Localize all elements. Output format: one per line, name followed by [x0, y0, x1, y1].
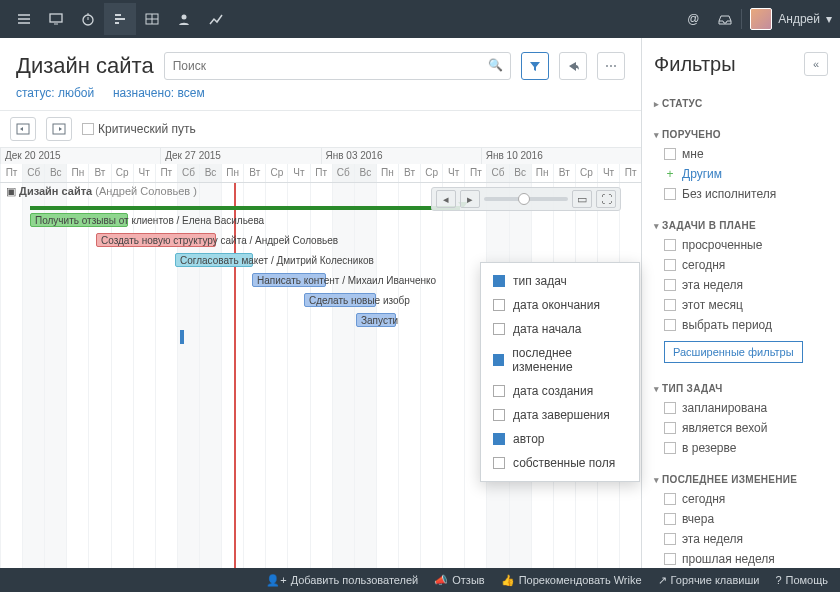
filter-item[interactable]: в резерве — [654, 438, 828, 458]
popup-item[interactable]: последнее изменение — [481, 341, 639, 379]
checkbox-icon — [664, 188, 676, 200]
assigned-filter[interactable]: назначено: всем — [113, 86, 205, 100]
gantt-bar[interactable]: Сделать новые изобр — [304, 293, 376, 307]
checkbox-icon — [664, 513, 676, 525]
recommend-button[interactable]: 👍Порекомендовать Wrike — [501, 574, 642, 587]
filter-item[interactable]: мне — [654, 144, 828, 164]
table-icon[interactable] — [136, 3, 168, 35]
inbox-icon[interactable] — [709, 3, 741, 35]
checkbox-icon — [664, 299, 676, 311]
milestone-marker[interactable] — [180, 330, 184, 344]
filter-section-title[interactable]: ЗАДАЧИ В ПЛАНЕ — [654, 212, 828, 235]
expand-all-button[interactable] — [10, 117, 36, 141]
filter-section-title[interactable]: ТИП ЗАДАЧ — [654, 375, 828, 398]
filter-item[interactable]: +Другим — [654, 164, 828, 184]
more-button[interactable]: ⋯ — [597, 52, 625, 80]
share-icon: ↗ — [658, 574, 667, 587]
help-button[interactable]: ?Помощь — [775, 574, 828, 586]
at-icon[interactable]: @ — [677, 3, 709, 35]
timer-icon[interactable] — [72, 3, 104, 35]
filter-section-title[interactable]: СТАТУС — [654, 90, 828, 113]
monitor-icon[interactable] — [40, 3, 72, 35]
filter-section-title[interactable]: ПОРУЧЕНО — [654, 121, 828, 144]
zoom-fit[interactable]: ▭ — [572, 190, 592, 208]
checkbox-icon — [664, 493, 676, 505]
feedback-button[interactable]: 📣Отзыв — [434, 574, 484, 587]
popup-item[interactable]: тип задач — [481, 269, 639, 293]
filters-sidebar: Фильтры « СТАТУСПОРУЧЕНОмне+ДругимБез ис… — [642, 38, 840, 592]
filter-button[interactable] — [521, 52, 549, 80]
gantt-bar[interactable]: Получить отзывы от клиентов / Елена Васи… — [30, 213, 128, 227]
zoom-next[interactable]: ▸ — [460, 190, 480, 208]
hotkeys-button[interactable]: ↗Горячие клавиши — [658, 574, 760, 587]
popup-item[interactable]: автор — [481, 427, 639, 451]
week-label: Дек 20 2015 — [0, 148, 160, 164]
menu-icon[interactable] — [8, 3, 40, 35]
popup-item[interactable]: дата завершения — [481, 403, 639, 427]
filter-item[interactable]: сегодня — [654, 489, 828, 509]
plus-icon: + — [664, 167, 676, 181]
filter-item[interactable]: вчера — [654, 509, 828, 529]
filter-item[interactable]: этот месяц — [654, 295, 828, 315]
day-label: Пт — [155, 164, 177, 182]
gantt-bar[interactable]: Создать новую структуру сайта / Андрей С… — [96, 233, 216, 247]
filter-item[interactable]: запланирована — [654, 398, 828, 418]
avatar — [750, 8, 772, 30]
filter-item[interactable]: эта неделя — [654, 275, 828, 295]
page-title: Дизайн сайта — [16, 53, 154, 79]
gantt-icon[interactable] — [104, 3, 136, 35]
filter-item[interactable]: эта неделя — [654, 529, 828, 549]
day-label: Вт — [88, 164, 110, 182]
popup-item[interactable]: дата окончания — [481, 293, 639, 317]
collapse-sidebar-button[interactable]: « — [804, 52, 828, 76]
popup-item[interactable]: дата начала — [481, 317, 639, 341]
status-row: статус: любой назначено: всем — [0, 86, 641, 110]
week-label: Янв 10 2016 — [481, 148, 641, 164]
share-button[interactable] — [559, 52, 587, 80]
collapse-all-button[interactable] — [46, 117, 72, 141]
day-label: Пт — [310, 164, 332, 182]
checkbox-icon — [82, 123, 94, 135]
day-label: Ср — [420, 164, 442, 182]
filter-section-title[interactable]: ПОСЛЕДНЕЕ ИЗМЕНЕНИЕ — [654, 466, 828, 489]
add-users-button[interactable]: 👤+Добавить пользователей — [266, 574, 418, 587]
checkbox-icon — [493, 275, 505, 287]
day-label: Ср — [575, 164, 597, 182]
zoom-control[interactable]: ◂ ▸ ▭ ⛶ — [431, 187, 621, 211]
zoom-full[interactable]: ⛶ — [596, 190, 616, 208]
popup-item[interactable]: собственные поля — [481, 451, 639, 475]
checkbox-icon — [493, 354, 504, 366]
day-label: Ср — [265, 164, 287, 182]
chart-icon[interactable] — [200, 3, 232, 35]
checkbox-icon — [664, 402, 676, 414]
zoom-prev[interactable]: ◂ — [436, 190, 456, 208]
gantt-bar[interactable]: Согласовать макет / Дмитрий Колесников — [175, 253, 253, 267]
zoom-slider[interactable] — [484, 197, 568, 201]
gantt-bar[interactable]: Написать контент / Михаил Иванченко — [252, 273, 326, 287]
popup-item[interactable]: дата создания — [481, 379, 639, 403]
checkbox-icon — [493, 409, 505, 421]
filter-item[interactable]: прошлая неделя — [654, 549, 828, 569]
gantt-bar[interactable]: Запусти — [356, 313, 396, 327]
search-input[interactable] — [164, 52, 511, 80]
user-icon[interactable] — [168, 3, 200, 35]
advanced-filters-link[interactable]: Расширенные фильтры — [664, 341, 803, 363]
user-menu[interactable]: Андрей ▾ — [750, 8, 832, 30]
checkbox-icon — [493, 385, 505, 397]
filter-item[interactable]: является вехой — [654, 418, 828, 438]
status-filter[interactable]: статус: любой — [16, 86, 94, 100]
filter-item[interactable]: просроченные — [654, 235, 828, 255]
day-label: Сб — [486, 164, 508, 182]
checkbox-icon — [493, 433, 505, 445]
day-label: Ср — [111, 164, 133, 182]
filter-item[interactable]: сегодня — [654, 255, 828, 275]
add-user-icon: 👤+ — [266, 574, 286, 587]
checkbox-icon — [664, 422, 676, 434]
topbar: @ Андрей ▾ — [0, 0, 840, 38]
day-label: Сб — [332, 164, 354, 182]
search-icon[interactable]: 🔍 — [488, 58, 503, 72]
day-label: Пн — [221, 164, 243, 182]
critical-path-toggle[interactable]: Критический путь — [82, 122, 196, 136]
filter-item[interactable]: выбрать период — [654, 315, 828, 335]
filter-item[interactable]: Без исполнителя — [654, 184, 828, 204]
